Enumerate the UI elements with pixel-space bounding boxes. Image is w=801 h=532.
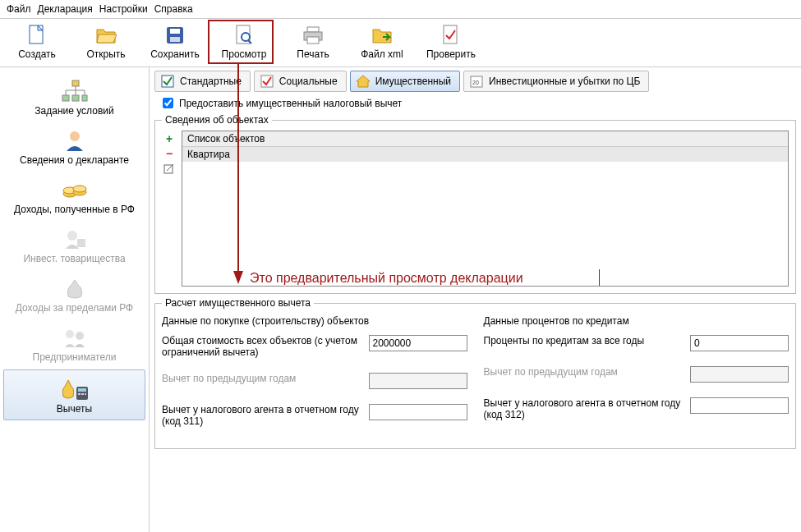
svg-rect-12 [307,37,319,44]
person-icon [60,126,90,154]
new-file-icon [25,24,48,47]
annotation-cursor [599,269,600,286]
agent-312-label: Вычет у налогового агента в отчетном год… [484,397,691,420]
objects-list[interactable]: Список объектов Квартира [182,131,789,287]
deduction-tabs: Стандартные Социальные Имущественный 20 … [154,71,796,92]
prev-years-purchase-input [369,373,467,389]
svg-marker-3 [97,34,117,43]
total-cost-label: Общая стоимость всех объектов (с учетом … [162,335,369,358]
prev-years-purchase-label: Вычет по предыдущим годам [162,373,369,384]
print-icon [302,24,325,47]
tree-icon [60,77,90,105]
tab-property[interactable]: Имущественный [350,71,460,92]
svg-rect-36 [81,393,84,395]
svg-point-24 [70,131,80,141]
svg-rect-10 [307,27,319,32]
calc-fieldset: Расчет имущественного вычета Данные по п… [154,297,796,449]
svg-point-28 [73,186,86,192]
svg-rect-35 [78,393,81,395]
sidebar-item-entrepreneurs: Предприниматели [0,319,149,368]
preview-icon [232,24,255,47]
menu-settings[interactable]: Настройки [99,3,148,15]
calc-legend: Расчет имущественного вычета [162,297,314,309]
coins-icon [60,176,90,204]
svg-rect-6 [170,37,180,42]
svg-rect-37 [85,393,86,395]
filexml-button[interactable]: Файл xml [348,22,416,62]
agent-311-label: Вычет у налогового агента в отчетном год… [162,404,369,427]
open-button[interactable]: Открыть [72,22,140,62]
tab-social[interactable]: Социальные [254,71,347,92]
calendar-icon: 20 [469,74,484,89]
svg-rect-30 [77,239,85,247]
checkbox-icon [160,74,175,89]
objects-fieldset: Сведения об объектах + − Список объектов… [154,114,796,294]
menu-file[interactable]: Файл [7,3,31,15]
print-button[interactable]: Печать [279,22,347,62]
svg-rect-14 [444,25,457,44]
svg-marker-40 [357,76,370,87]
deductions-icon [60,375,90,403]
tab-invest-losses[interactable]: 20 Инвестиционные и убытки по ЦБ [463,71,649,92]
save-icon [163,24,186,47]
svg-point-31 [66,330,74,338]
tab-standard[interactable]: Стандартные [154,71,251,92]
preview-button[interactable]: Просмотр [210,22,278,62]
menu-declaration[interactable]: Декларация [38,3,93,15]
toolbar: Создать Открыть Сохранить Просмотр Печат… [0,19,801,67]
svg-rect-15 [72,80,79,86]
prev-years-interest-label: Вычет по предыдущим годам [484,366,691,378]
house-icon [356,74,371,89]
invest-icon [60,225,90,253]
checkbox-red-icon [260,74,274,89]
remove-object-button[interactable]: − [162,147,177,160]
total-cost-input[interactable] [369,335,467,351]
export-xml-icon [371,24,394,47]
objects-legend: Сведения об объектах [162,114,272,126]
svg-text:20: 20 [472,80,479,85]
prev-years-interest-input [690,366,789,383]
interest-label: Проценты по кредитам за все годы [484,335,691,346]
sidebar: Задание условий Сведения о декларанте До… [0,67,150,532]
svg-point-29 [67,231,77,241]
edit-object-button[interactable] [162,162,177,175]
folder-open-icon [94,24,117,47]
content: Стандартные Социальные Имущественный 20 … [150,67,801,532]
sidebar-item-conditions[interactable]: Задание условий [0,72,149,122]
agent-311-input[interactable] [369,404,467,420]
svg-point-32 [76,332,84,340]
provide-deduction-row: Предоставить имущественный налоговый выч… [159,95,796,111]
objects-list-header: Список объектов [182,131,788,147]
sidebar-item-income-rf[interactable]: Доходы, полученные в РФ [0,171,149,220]
sidebar-item-declarant[interactable]: Сведения о декларанте [0,122,149,171]
svg-rect-17 [72,95,79,101]
svg-rect-18 [82,95,87,101]
save-button[interactable]: Сохранить [141,22,209,62]
interest-data-title: Данные процентов по кредитам [484,315,789,327]
entrepreneurs-icon [60,323,90,351]
list-item[interactable]: Квартира [182,147,788,162]
provide-deduction-checkbox[interactable] [163,98,173,108]
interest-input[interactable] [690,335,789,351]
agent-312-input[interactable] [690,397,789,414]
check-icon [440,24,463,47]
svg-rect-16 [62,95,69,101]
svg-rect-34 [78,388,86,392]
sidebar-item-deductions[interactable]: Вычеты [3,369,145,420]
check-button[interactable]: Проверить [417,22,485,62]
create-button[interactable]: Создать [3,22,71,62]
provide-deduction-label: Предоставить имущественный налоговый выч… [179,98,402,109]
svg-rect-5 [170,29,180,34]
purchase-data-title: Данные по покупке (строительству) объект… [162,315,467,327]
add-object-button[interactable]: + [162,132,177,145]
menu-help[interactable]: Справка [154,3,193,15]
money-bag-icon [60,274,90,302]
sidebar-item-invest: Инвест. товарищества [0,220,149,269]
menu-bar: Файл Декларация Настройки Справка [0,0,801,19]
sidebar-item-income-abroad: Доходы за пределами РФ [0,269,149,319]
